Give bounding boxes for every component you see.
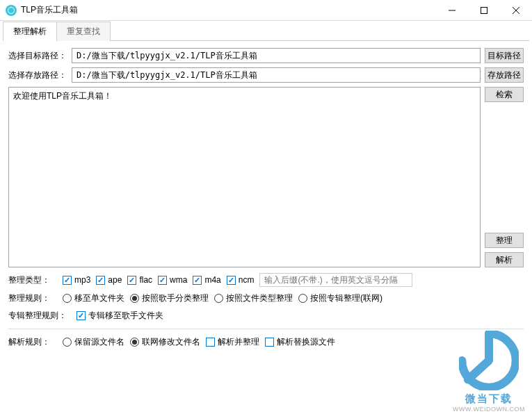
type-label: 整理类型： — [8, 274, 57, 286]
tab-strip: 整理解析 重复查找 — [0, 21, 532, 40]
checkbox-icon — [227, 276, 236, 285]
content-panel: 选择目标路径： 目标路径 选择存放路径： 存放路径 欢迎使用TLP音乐工具箱！ … — [0, 41, 532, 356]
tab-organize-parse[interactable]: 整理解析 — [3, 22, 57, 41]
radio-icon — [130, 338, 139, 347]
chk-m4a[interactable]: m4a — [193, 275, 220, 285]
checkbox-icon — [76, 311, 86, 320]
chk-flac[interactable]: flac — [127, 275, 152, 285]
checkbox-icon — [206, 338, 215, 347]
suffix-input[interactable] — [259, 273, 412, 287]
watermark-text: 微当下载 — [447, 392, 531, 406]
rad-single-folder[interactable]: 移至单文件夹 — [63, 292, 124, 304]
save-path-button[interactable]: 存放路径 — [485, 67, 524, 83]
log-textarea[interactable]: 欢迎使用TLP音乐工具箱！ — [8, 87, 481, 267]
svg-rect-1 — [481, 7, 487, 13]
chk-parse-organize[interactable]: 解析并整理 — [206, 336, 259, 348]
target-path-input[interactable] — [72, 48, 481, 63]
search-button[interactable]: 检索 — [485, 87, 524, 102]
checkbox-icon — [265, 338, 274, 347]
titlebar: TLP音乐工具箱 — [0, 0, 532, 21]
save-path-label: 选择存放路径： — [8, 69, 67, 81]
chk-ncm[interactable]: ncm — [227, 275, 255, 285]
radio-icon — [63, 338, 72, 347]
checkbox-icon — [193, 276, 202, 285]
checkbox-icon — [63, 276, 72, 285]
target-path-button[interactable]: 目标路径 — [485, 48, 524, 63]
chk-parse-replace[interactable]: 解析替换源文件 — [265, 336, 335, 348]
watermark-url: WWW.WEIDOWN.COM — [447, 406, 531, 413]
window-title: TLP音乐工具箱 — [21, 4, 436, 16]
chk-mp3[interactable]: mp3 — [63, 275, 90, 285]
album-rule-label: 专辑整理规则： — [8, 310, 71, 322]
checkbox-icon — [158, 276, 167, 285]
checkbox-icon — [96, 276, 105, 285]
target-path-label: 选择目标路径： — [8, 50, 67, 62]
app-icon — [6, 5, 17, 16]
chk-wma[interactable]: wma — [158, 275, 187, 285]
parse-button[interactable]: 解析 — [485, 252, 524, 267]
rad-online-rename[interactable]: 联网修改文件名 — [130, 336, 200, 348]
log-welcome-text: 欢迎使用TLP音乐工具箱！ — [13, 91, 112, 101]
radio-icon — [214, 294, 223, 303]
radio-icon — [298, 294, 307, 303]
window-controls — [436, 0, 532, 21]
chk-ape[interactable]: ape — [96, 275, 122, 285]
parse-rule-label: 解析规则： — [8, 336, 57, 348]
rad-keep-name[interactable]: 保留源文件名 — [63, 336, 124, 348]
minimize-button[interactable] — [436, 0, 468, 21]
organize-button[interactable]: 整理 — [485, 233, 524, 248]
radio-icon — [63, 294, 72, 303]
checkbox-icon — [127, 276, 136, 285]
tab-duplicate-search[interactable]: 重复查找 — [57, 22, 111, 41]
divider — [8, 329, 524, 329]
radio-icon — [130, 294, 139, 303]
save-path-input[interactable] — [72, 67, 481, 83]
chk-album-to-artist[interactable]: 专辑移至歌手文件夹 — [76, 310, 163, 322]
close-button[interactable] — [500, 0, 532, 21]
maximize-button[interactable] — [468, 0, 500, 21]
rad-by-type[interactable]: 按照文件类型整理 — [214, 292, 293, 304]
rad-by-artist[interactable]: 按照歌手分类整理 — [130, 292, 209, 304]
org-rule-label: 整理规则： — [8, 292, 57, 304]
rad-by-album[interactable]: 按照专辑整理(联网) — [298, 292, 382, 304]
